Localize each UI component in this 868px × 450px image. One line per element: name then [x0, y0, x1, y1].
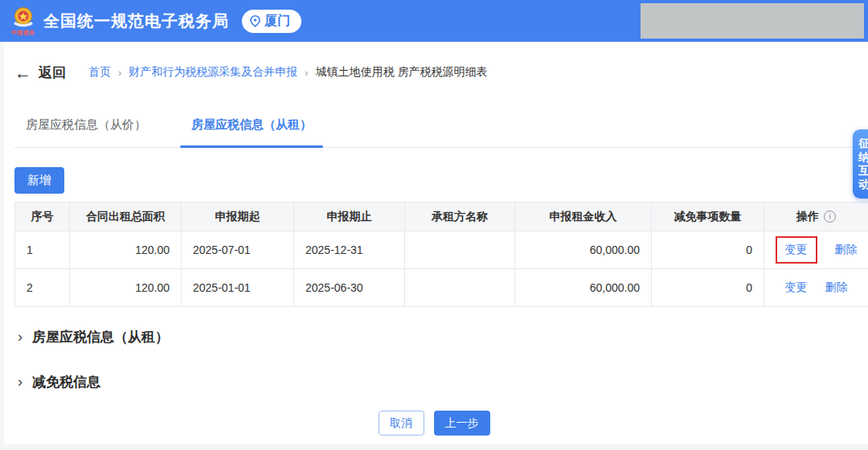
breadcrumb-home-link[interactable]: 首页 [88, 65, 111, 80]
info-icon[interactable]: i [824, 211, 836, 223]
cell-period-start: 2025-01-01 [182, 269, 294, 307]
cancel-button[interactable]: 取消 [379, 411, 424, 436]
delete-link[interactable]: 删除 [835, 243, 858, 257]
cell-period-end: 2025-06-30 [294, 269, 405, 307]
cell-operations: 变更 删除 [764, 231, 868, 269]
location-badge[interactable]: 厦门 [242, 10, 301, 33]
cell-exemption-count: 0 [652, 231, 764, 269]
breadcrumb-collection-link[interactable]: 财产和行为税税源采集及合并申报 [129, 65, 297, 80]
footer-action-bar: 取消 上一步 [0, 411, 868, 436]
table-header-row: 序号 合同出租总面积 申报期起 申报期止 承租方名称 申报租金收入 减免事项数量… [15, 202, 868, 231]
cell-period-end: 2025-12-31 [294, 231, 405, 269]
cell-exemption-count: 0 [652, 269, 764, 307]
page-edge-left [0, 42, 4, 450]
back-arrow-icon: ← [14, 64, 31, 81]
cell-seq: 2 [15, 269, 70, 307]
logo-subtext: 中国税务 [11, 30, 35, 35]
cell-operations: 变更 删除 [764, 269, 868, 307]
delete-link[interactable]: 删除 [825, 280, 848, 295]
section-label: 房屋应税信息（从租） [32, 328, 169, 346]
previous-step-button[interactable]: 上一步 [434, 411, 490, 436]
cell-lessee [405, 269, 515, 307]
table-row: 1 120.00 2025-07-01 2025-12-31 60,000.00… [15, 231, 868, 269]
location-pin-icon [250, 15, 260, 27]
col-lessee-name: 承租方名称 [405, 202, 515, 231]
app-header: 中国税务 全国统一规范电子税务局 厦门 [0, 0, 868, 42]
breadcrumb-separator: › [305, 67, 308, 79]
tax-emblem-logo: 中国税务 [11, 6, 35, 35]
back-button[interactable]: ← 返回 [14, 63, 66, 82]
change-link[interactable]: 变更 [785, 243, 808, 256]
user-info-masked-area [641, 3, 864, 39]
breadcrumb-current-page: 城镇土地使用税 房产税税源明细表 [316, 65, 488, 80]
section-housing-info-rent[interactable]: › 房屋应税信息（从租） [18, 328, 868, 346]
section-tax-exemption-info[interactable]: › 减免税信息 [18, 373, 868, 391]
tax-interaction-side-tab[interactable]: 征纳互动 [853, 129, 868, 198]
col-period-start: 申报期起 [182, 202, 294, 231]
tab-housing-info-rent[interactable]: 房屋应税信息（从租） [180, 106, 323, 147]
page-edge-bottom [0, 444, 868, 450]
cell-period-start: 2025-07-01 [182, 231, 294, 269]
col-operations-label: 操作 [796, 210, 819, 224]
emblem-icon [11, 6, 35, 29]
location-label: 厦门 [264, 13, 290, 30]
chevron-right-icon: › [18, 329, 23, 344]
section-label: 减免税信息 [32, 373, 100, 391]
chevron-right-icon: › [18, 374, 23, 389]
add-new-button[interactable]: 新增 [14, 167, 64, 194]
annotation-highlight-box: 变更 [776, 236, 817, 264]
col-exemption-count: 减免事项数量 [652, 202, 764, 231]
breadcrumb-separator: › [118, 67, 121, 79]
col-operations: 操作 i [764, 202, 868, 231]
back-label: 返回 [39, 63, 66, 82]
cell-rent-income: 60,000.00 [515, 269, 652, 307]
table-toolbar: 新增 [14, 167, 868, 194]
cell-lessee [405, 231, 515, 269]
col-contract-rent-area: 合同出租总面积 [70, 202, 182, 231]
app-title: 全国统一规范电子税务局 [43, 10, 229, 32]
cell-area: 120.00 [70, 231, 182, 269]
table-row: 2 120.00 2025-01-01 2025-06-30 60,000.00… [15, 269, 868, 307]
cell-seq: 1 [15, 231, 70, 269]
breadcrumb-bar: ← 返回 首页 › 财产和行为税税源采集及合并申报 › 城镇土地使用税 房产税税… [0, 42, 868, 84]
col-period-end: 申报期止 [294, 202, 405, 231]
cell-rent-income: 60,000.00 [515, 231, 652, 269]
rent-tax-source-table: 序号 合同出租总面积 申报期起 申报期止 承租方名称 申报租金收入 减免事项数量… [14, 202, 868, 307]
tab-housing-info-ad-valorem[interactable]: 房屋应税信息（从价） [14, 106, 158, 147]
side-tab-label: 征纳互动 [858, 137, 868, 191]
change-link[interactable]: 变更 [785, 280, 808, 295]
col-rent-income: 申报租金收入 [515, 202, 652, 231]
cell-area: 120.00 [70, 269, 182, 307]
breadcrumb: 首页 › 财产和行为税税源采集及合并申报 › 城镇土地使用税 房产税税源明细表 [88, 65, 488, 80]
tab-bar: 房屋应税信息（从价） 房屋应税信息（从租） [14, 106, 854, 148]
col-seq: 序号 [15, 202, 70, 231]
